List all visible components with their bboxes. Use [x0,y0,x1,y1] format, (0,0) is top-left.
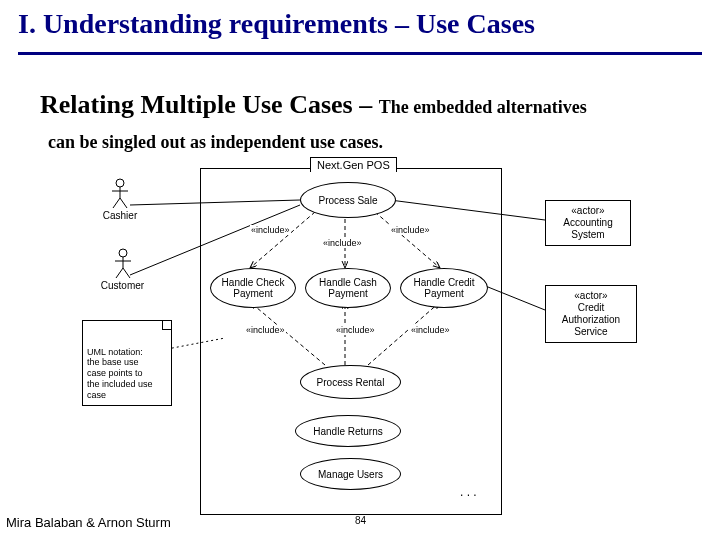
subtitle-line2: can be singled out as independent use ca… [48,132,383,153]
subtitle-bold: Relating Multiple Use Cases – [40,90,379,119]
actor-name: Accounting System [552,217,624,241]
page-number: 84 [355,515,366,526]
stereo: «actor» [552,290,630,302]
note-text: UML notation: the base use case points t… [87,347,153,400]
uc-manage-users: Manage Users [300,458,401,490]
stick-figure-icon [110,178,130,210]
note-ear-icon [162,321,171,330]
stick-figure-icon [113,248,133,280]
system-label: Next.Gen POS [310,157,397,172]
uc-handle-returns: Handle Returns [295,415,401,447]
slide-footer: Mira Balaban & Arnon Sturm [6,515,171,530]
uml-note: UML notation: the base use case points t… [82,320,172,406]
actor-cashier-label: Cashier [95,210,145,221]
uc-handle-cash: Handle Cash Payment [305,268,391,308]
svg-line-20 [123,268,130,278]
actor-accounting: «actor» Accounting System [545,200,631,246]
uc-handle-credit: Handle Credit Payment [400,268,488,308]
actor-cashier: Cashier [95,178,145,221]
svg-line-15 [120,198,127,208]
use-case-diagram: Next.Gen POS Cashier [90,160,650,520]
title-rule [18,52,702,55]
include-label: «include» [250,225,291,235]
include-label: «include» [390,225,431,235]
uc-handle-check: Handle Check Payment [210,268,296,308]
stereo: «actor» [552,205,624,217]
subtitle: Relating Multiple Use Cases – The embedd… [40,90,690,120]
svg-line-19 [116,268,123,278]
svg-point-16 [119,249,127,257]
actor-name: Credit Authorization Service [552,302,630,338]
actor-customer: Customer [95,248,150,291]
include-label: «include» [322,238,363,248]
uc-process-sale: Process Sale [300,182,396,218]
include-label: «include» [410,325,451,335]
actor-credit-auth: «actor» Credit Authorization Service [545,285,637,343]
uc-process-rental: Process Rental [300,365,401,399]
include-label: «include» [335,325,376,335]
slide-title: I. Understanding requirements – Use Case… [18,8,535,40]
include-label: «include» [245,325,286,335]
svg-point-11 [116,179,124,187]
actor-customer-label: Customer [95,280,150,291]
subtitle-tail: The embedded alternatives [379,97,587,117]
ellipsis: . . . [460,485,477,499]
svg-line-14 [113,198,120,208]
